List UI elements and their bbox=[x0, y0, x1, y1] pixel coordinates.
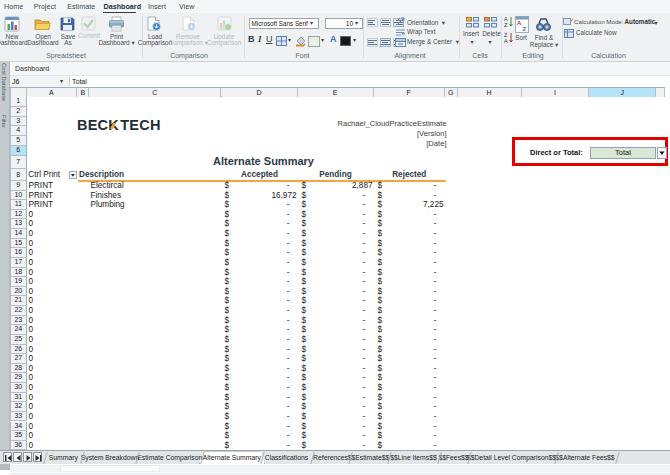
svg-text:A: A bbox=[517, 20, 522, 26]
svg-text:Z: Z bbox=[504, 22, 508, 28]
svg-text:Z: Z bbox=[523, 26, 527, 32]
